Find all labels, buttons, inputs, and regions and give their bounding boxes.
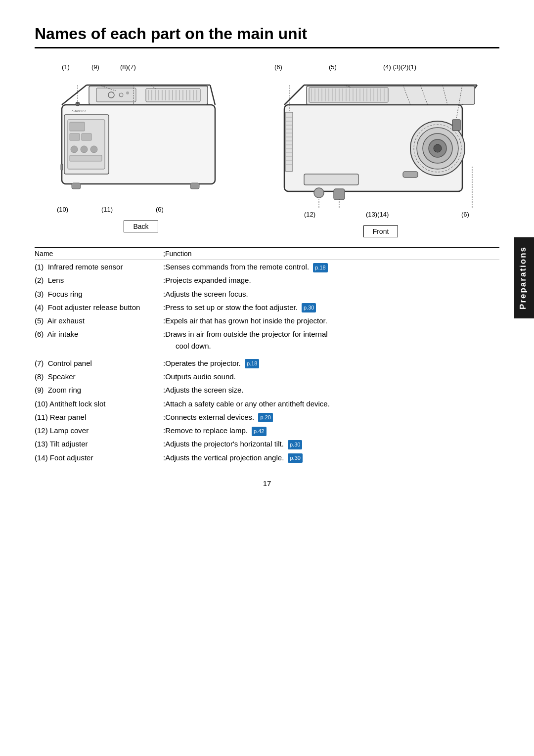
page-ref-14[interactable]: p.30	[288, 453, 302, 463]
svg-point-30	[71, 146, 78, 153]
part-name-1: (1) Infrared remote sensor	[35, 261, 163, 272]
svg-rect-33	[70, 155, 102, 161]
part-function-4: :Press to set up or stow the foot adjust…	[163, 302, 499, 313]
table-row: (2) Lens :Projects expanded image.	[35, 273, 499, 287]
table-row: (8) Speaker :Outputs audio sound.	[35, 370, 499, 383]
part-name-14: (14) Foot adjuster	[35, 452, 163, 463]
table-col-function-header: ;Function	[163, 250, 499, 258]
svg-rect-78	[403, 172, 418, 178]
part-name-5: (5) Air exhaust	[35, 315, 163, 326]
table-row: (7) Control panel :Operates the projecto…	[35, 356, 499, 370]
back-label-1: (1)	[62, 63, 70, 71]
parts-table: Name ;Function (1) Infrared remote senso…	[35, 247, 499, 464]
front-label-1314: (13)(14)	[366, 211, 389, 218]
svg-rect-48	[309, 88, 388, 102]
page-number: 17	[35, 479, 499, 488]
part-name-6: (6) Air intake	[35, 328, 163, 340]
svg-rect-77	[452, 120, 460, 131]
table-row: (5) Air exhaust :Expels air that has gro…	[35, 314, 499, 327]
part-name-4: (4) Foot adjuster release button	[35, 302, 163, 313]
svg-rect-5	[96, 88, 136, 102]
back-label-87: (8)(7)	[120, 63, 136, 71]
table-row: (10) Antitheft lock slot :Attach a safet…	[35, 397, 499, 410]
page-ref-12[interactable]: p.42	[252, 427, 266, 436]
table-row: (14) Foot adjuster :Adjusts the vertical…	[35, 451, 499, 464]
front-label-12: (12)	[304, 211, 315, 218]
back-projector-svg: SANYO	[35, 75, 247, 204]
part-name-7: (7) Control panel	[35, 357, 163, 369]
svg-rect-93	[304, 174, 358, 185]
back-label-button: Back	[124, 221, 158, 232]
part-name-2: (2) Lens	[35, 274, 163, 286]
back-diagram: (1) (9) (8)(7)	[35, 63, 247, 232]
page-ref-11[interactable]: p.20	[258, 413, 272, 422]
part-name-9: (9) Zoom ring	[35, 384, 163, 396]
part-function-3: :Adjusts the screen focus.	[163, 288, 499, 300]
table-row: (9) Zoom ring :Adjusts the screen size.	[35, 383, 499, 397]
part-function-12: :Remove to replace lamp. p.42	[163, 425, 499, 436]
back-top-labels: (1) (9) (8)(7)	[47, 63, 235, 74]
svg-point-32	[90, 146, 97, 153]
svg-point-75	[434, 144, 442, 152]
front-bottom-labels: (12) (13)(14) (6)	[274, 211, 487, 222]
table-header: Name ;Function	[35, 247, 499, 260]
table-row: (11) Rear panel :Connects external devic…	[35, 410, 499, 424]
front-top-labels: (6) (5) (4) (3)(2)(1)	[274, 63, 487, 74]
side-tab: Preparations	[514, 237, 534, 318]
back-label-10: (10)	[57, 206, 68, 213]
page-ref-13[interactable]: p.30	[288, 440, 302, 449]
part-function-9: :Adjusts the screen size.	[163, 384, 499, 396]
svg-line-2	[210, 85, 215, 105]
table-row: (1) Infrared remote sensor :Senses comma…	[35, 260, 499, 273]
svg-line-1	[62, 85, 87, 105]
back-bottom-labels: (10) (11) (6)	[47, 206, 235, 217]
page-title: Names of each part on the main unit	[35, 25, 499, 48]
part-name-13: (13) Tilt adjuster	[35, 438, 163, 449]
table-row: (13) Tilt adjuster :Adjusts the projecto…	[35, 437, 499, 450]
svg-rect-9	[146, 89, 200, 102]
page-ref-7[interactable]: p.18	[245, 359, 259, 368]
svg-rect-37	[72, 183, 81, 189]
table-row: (4) Foot adjuster release button :Press …	[35, 301, 499, 314]
page-ref-1[interactable]: p.18	[313, 263, 327, 272]
part-function-11: :Connects external devices. p.20	[163, 411, 499, 423]
svg-point-94	[314, 188, 324, 198]
back-label-6b: (6)	[156, 206, 164, 213]
part-function-1: :Senses commands from the remote control…	[163, 261, 499, 272]
svg-text:SANYO: SANYO	[72, 109, 86, 113]
front-label-button: Front	[363, 225, 399, 237]
svg-rect-27	[70, 122, 85, 131]
part-function-13: :Adjusts the projector's horizontal tilt…	[163, 438, 499, 449]
svg-line-44	[284, 85, 304, 105]
table-row: (3) Focus ring :Adjusts the screen focus…	[35, 287, 499, 301]
svg-rect-36	[61, 164, 63, 170]
front-label-5: (5)	[329, 63, 337, 71]
part-name-11: (11) Rear panel	[35, 411, 163, 423]
part-name-10: (10) Antitheft lock slot	[35, 398, 163, 409]
table-row: (6) Air intake :Draws in air from outsid…	[35, 327, 499, 353]
part-function-14: :Adjusts the vertical projection angle. …	[163, 452, 499, 463]
part-function-7: :Operates the projector. p.18	[163, 357, 499, 369]
table-row: (12) Lamp cover :Remove to replace lamp.…	[35, 424, 499, 437]
front-diagram: (6) (5) (4) (3)(2)(1)	[262, 63, 499, 237]
svg-point-8	[126, 91, 129, 94]
svg-rect-38	[190, 183, 199, 189]
svg-point-31	[81, 146, 88, 153]
part-function-6: :Draws in air from outside the projector…	[163, 328, 499, 352]
front-projector-svg	[262, 75, 499, 209]
back-label-11: (11)	[101, 206, 113, 213]
back-label-9: (9)	[91, 63, 99, 71]
part-function-2: :Projects expanded image.	[163, 274, 499, 286]
part-name-12: (12) Lamp cover	[35, 425, 163, 436]
part-name-8: (8) Speaker	[35, 371, 163, 382]
page-ref-4[interactable]: p.30	[302, 303, 316, 312]
front-label-6r: (6)	[461, 211, 469, 218]
part-function-10: :Attach a safety cable or any other anti…	[163, 398, 499, 409]
diagrams-section: (1) (9) (8)(7)	[35, 63, 499, 237]
svg-rect-29	[82, 133, 91, 140]
table-col-name-header: Name	[35, 250, 163, 258]
front-label-4321: (4) (3)(2)(1)	[383, 63, 416, 71]
part-function-8: :Outputs audio sound.	[163, 371, 499, 382]
front-label-6t: (6)	[274, 63, 282, 71]
svg-rect-95	[334, 189, 345, 200]
